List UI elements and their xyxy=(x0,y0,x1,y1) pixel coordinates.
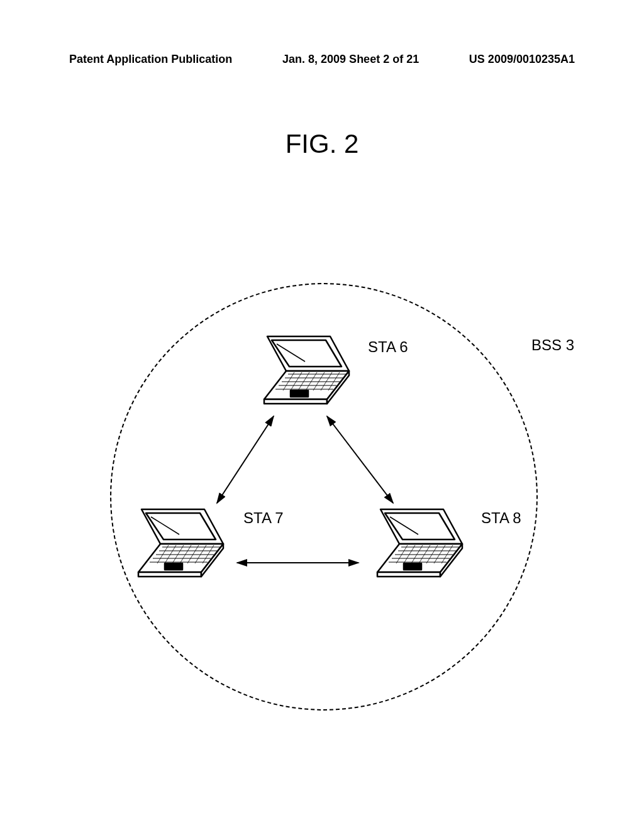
bss-label: BSS 3 xyxy=(531,336,574,354)
laptop-icon-sta6 xyxy=(245,330,358,418)
network-diagram: BSS 3 xyxy=(72,270,563,723)
header-patent-number: US 2009/0010235A1 xyxy=(469,53,575,66)
laptop-icon-sta7 xyxy=(119,503,233,591)
sta8-label: STA 8 xyxy=(481,509,521,527)
page-header: Patent Application Publication Jan. 8, 2… xyxy=(0,53,644,66)
sta7-label: STA 7 xyxy=(243,509,284,527)
header-publication: Patent Application Publication xyxy=(69,53,232,66)
figure-title: FIG. 2 xyxy=(0,129,644,159)
sta6-label: STA 6 xyxy=(368,338,408,356)
svg-rect-13 xyxy=(291,390,308,397)
svg-rect-27 xyxy=(165,563,182,570)
svg-rect-41 xyxy=(404,563,421,570)
laptop-icon-sta8 xyxy=(358,503,472,591)
header-date-sheet: Jan. 8, 2009 Sheet 2 of 21 xyxy=(282,53,419,66)
